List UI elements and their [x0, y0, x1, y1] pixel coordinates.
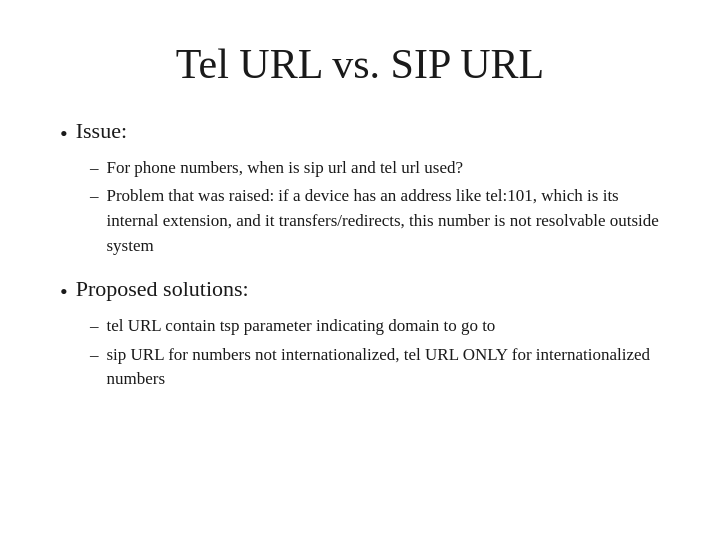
issue-sub-item-2: – Problem that was raised: if a device h… [90, 184, 660, 258]
dash-3: – [90, 314, 99, 339]
issue-sub-text-1: For phone numbers, when is sip url and t… [107, 156, 661, 181]
bullet-dot-solutions: • [60, 277, 68, 308]
solutions-sub-item-2: – sip URL for numbers not internationali… [90, 343, 660, 392]
bullet-solutions-label: Proposed solutions: [76, 274, 249, 305]
solutions-sub-item-1: – tel URL contain tsp parameter indicati… [90, 314, 660, 339]
dash-2: – [90, 184, 99, 209]
solutions-sub-text-2: sip URL for numbers not internationalize… [107, 343, 661, 392]
bullet-dot-issue: • [60, 119, 68, 150]
issue-sub-text-2: Problem that was raised: if a device has… [107, 184, 661, 258]
solutions-sub-items: – tel URL contain tsp parameter indicati… [60, 314, 660, 392]
dash-1: – [90, 156, 99, 181]
slide: Tel URL vs. SIP URL • Issue: – For phone… [0, 0, 720, 540]
issue-sub-items: – For phone numbers, when is sip url and… [60, 156, 660, 259]
solutions-sub-text-1: tel URL contain tsp parameter indicating… [107, 314, 661, 339]
section-issue: • Issue: – For phone numbers, when is si… [60, 116, 660, 258]
dash-4: – [90, 343, 99, 368]
bullet-issue: • Issue: [60, 116, 660, 150]
slide-content: • Issue: – For phone numbers, when is si… [60, 116, 660, 392]
issue-sub-item-1: – For phone numbers, when is sip url and… [90, 156, 660, 181]
bullet-issue-label: Issue: [76, 116, 127, 147]
section-solutions: • Proposed solutions: – tel URL contain … [60, 274, 660, 392]
slide-title: Tel URL vs. SIP URL [60, 40, 660, 88]
bullet-solutions: • Proposed solutions: [60, 274, 660, 308]
